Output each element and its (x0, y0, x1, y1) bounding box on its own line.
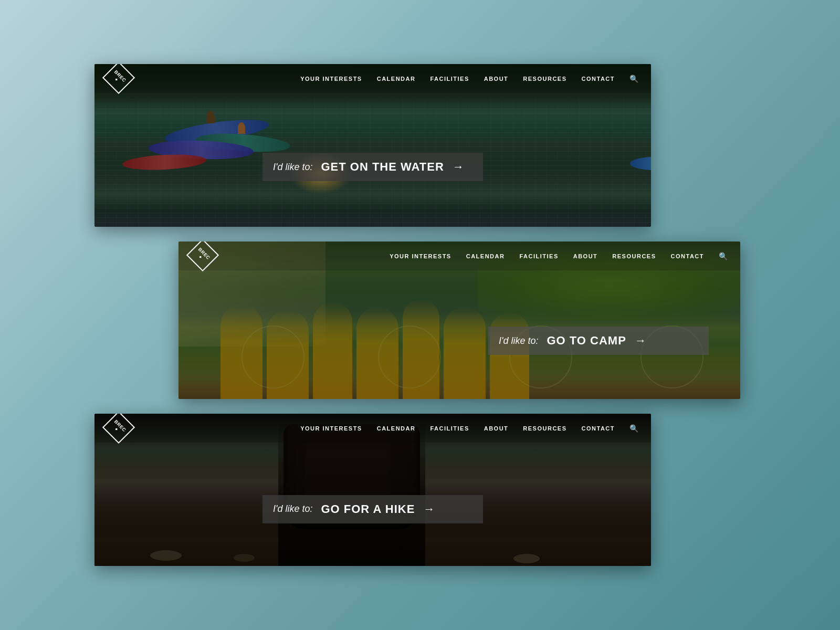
nav-your-interests-3[interactable]: YOUR INTERESTS (300, 425, 362, 432)
nav-about-1[interactable]: ABOUT (484, 76, 509, 82)
nav-links-1: YOUR INTERESTS CALENDAR FACILITIES ABOUT… (300, 75, 638, 83)
logo-diamond: BREC ◆ (102, 64, 135, 94)
hero-box-1[interactable]: I'd like to: GET ON THE WATER → (262, 153, 483, 181)
nav-links-2: YOUR INTERESTS CALENDAR FACILITIES ABOUT… (390, 252, 728, 260)
card-water: BREC ◆ YOUR INTERESTS CALENDAR FACILITIE… (94, 64, 651, 227)
hero-arrow-3[interactable]: → (423, 502, 435, 516)
brec-logo-3[interactable]: BREC ◆ (107, 416, 132, 441)
nav-facilities-2[interactable]: FACILITIES (519, 253, 558, 259)
nav-your-interests-1[interactable]: YOUR INTERESTS (300, 76, 362, 82)
hero-main-3: GO FOR A HIKE (321, 502, 415, 516)
search-icon-3[interactable]: 🔍 (629, 424, 638, 433)
main-container: BREC ◆ YOUR INTERESTS CALENDAR FACILITIE… (168, 54, 672, 576)
hero-box-2[interactable]: I'd like to: GO TO CAMP → (488, 327, 709, 355)
nav-resources-3[interactable]: RESOURCES (523, 425, 566, 432)
nav-contact-3[interactable]: CONTACT (582, 425, 615, 432)
hero-arrow-2[interactable]: → (635, 334, 646, 348)
hero-section-2: I'd like to: GO TO CAMP → (178, 327, 740, 355)
nav-resources-2[interactable]: RESOURCES (612, 253, 656, 259)
nav-calendar-1[interactable]: CALENDAR (377, 76, 416, 82)
nav-about-3[interactable]: ABOUT (484, 425, 509, 432)
hero-section-3: I'd like to: GO FOR A HIKE → (94, 495, 651, 523)
nav-bar-1: BREC ◆ YOUR INTERESTS CALENDAR FACILITIE… (94, 64, 651, 93)
search-icon-2[interactable]: 🔍 (719, 252, 728, 260)
card-hike: BREC ◆ YOUR INTERESTS CALENDAR FACILITIE… (94, 414, 651, 566)
hero-main-2: GO TO CAMP (547, 334, 626, 348)
nav-contact-2[interactable]: CONTACT (671, 253, 704, 259)
nav-links-3: YOUR INTERESTS CALENDAR FACILITIES ABOUT… (300, 424, 638, 433)
nav-your-interests-2[interactable]: YOUR INTERESTS (390, 253, 452, 259)
hero-prefix-1: I'd like to: (273, 162, 312, 173)
logo-text-3: BREC ◆ (111, 419, 127, 435)
search-icon-1[interactable]: 🔍 (629, 75, 638, 83)
logo-diamond-2: BREC ◆ (186, 242, 219, 271)
hero-arrow-1[interactable]: → (453, 160, 464, 174)
nav-about-2[interactable]: ABOUT (573, 253, 598, 259)
logo-text-2: BREC ◆ (195, 247, 211, 263)
nav-bar-2: BREC ◆ YOUR INTERESTS CALENDAR FACILITIE… (178, 242, 740, 270)
hero-prefix-3: I'd like to: (273, 503, 312, 514)
nav-calendar-3[interactable]: CALENDAR (377, 425, 416, 432)
nav-bar-3: BREC ◆ YOUR INTERESTS CALENDAR FACILITIE… (94, 414, 651, 443)
hero-main-1: GET ON THE WATER (321, 160, 444, 174)
nav-facilities-1[interactable]: FACILITIES (430, 76, 469, 82)
brec-logo-2[interactable]: BREC ◆ (191, 244, 216, 269)
hero-section-1: I'd like to: GET ON THE WATER → (94, 153, 651, 181)
logo-diamond-3: BREC ◆ (102, 414, 135, 444)
nav-facilities-3[interactable]: FACILITIES (430, 425, 469, 432)
nav-contact-1[interactable]: CONTACT (582, 76, 615, 82)
nav-calendar-2[interactable]: CALENDAR (466, 253, 505, 259)
brec-logo-1[interactable]: BREC ◆ (107, 66, 132, 91)
logo-text: BREC ◆ (111, 69, 127, 86)
nav-resources-1[interactable]: RESOURCES (523, 76, 566, 82)
hero-box-3[interactable]: I'd like to: GO FOR A HIKE → (262, 495, 483, 523)
card-camp: BREC ◆ YOUR INTERESTS CALENDAR FACILITIE… (178, 242, 740, 399)
hero-prefix-2: I'd like to: (499, 335, 538, 346)
